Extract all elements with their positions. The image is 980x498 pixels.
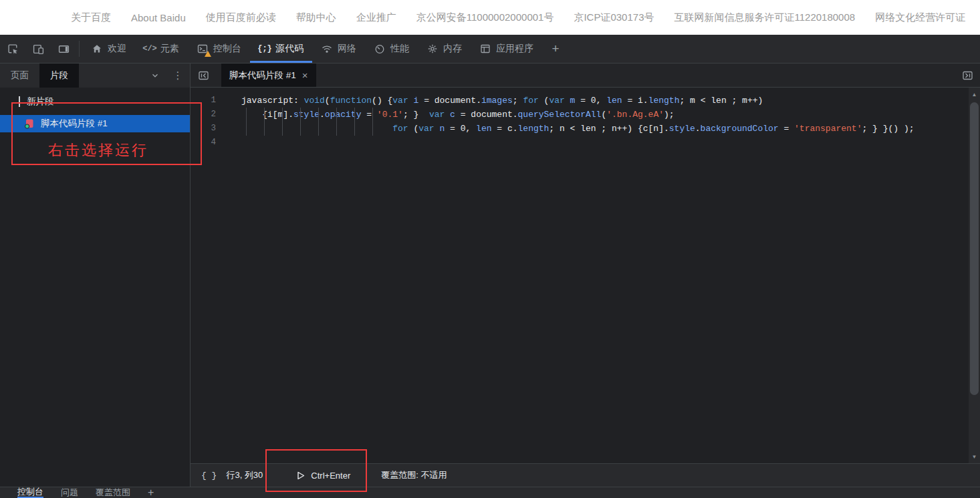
tab-label: 源代码 (275, 43, 303, 55)
devtools-window: 欢迎 </> 元素 控制台 {;} 源代码 (0, 35, 980, 498)
line-number: 2 (191, 108, 233, 122)
editor-tab-label: 脚本代码片段 #1 (229, 70, 296, 82)
scrollbar-thumb[interactable] (970, 102, 979, 395)
line-number: 4 (191, 136, 233, 150)
footer-link[interactable]: 京ICP证030173号 (574, 11, 654, 24)
indent-guide (282, 108, 283, 136)
code-editor[interactable]: 1 javascript: void(function() {var i = d… (191, 88, 969, 463)
toolbar-divider (79, 41, 80, 57)
footer-link[interactable]: 关于百度 (71, 11, 111, 24)
drawer-more-button[interactable]: + (148, 487, 154, 498)
code-line: javascript: void(function() {var i = doc… (233, 94, 763, 108)
footer-link[interactable]: 京公网安备11000002000001号 (416, 11, 554, 24)
snippet-list: 新片段 脚本代码片段 #1 (0, 88, 190, 487)
drawer-tab-bar: 控制台 问题 覆盖范围 + (0, 487, 980, 498)
sources-icon: {;} (259, 43, 271, 55)
new-snippet-label: 新片段 (27, 96, 54, 108)
console-icon (197, 43, 209, 55)
footer-link[interactable]: About Baidu (131, 12, 186, 23)
tab-console[interactable]: 控制台 (188, 35, 250, 63)
tab-memory[interactable]: 内存 (418, 35, 471, 63)
indent-guide (264, 108, 265, 136)
tab-sources[interactable]: {;} 源代码 (250, 35, 312, 63)
footer-link[interactable]: 网络文化经营许可证 (875, 11, 965, 24)
footer-link[interactable]: 使用百度前必读 (206, 11, 276, 24)
editor-status-bar: { } 行3, 列30 Ctrl+Enter 覆盖范围: 不适用 (191, 463, 980, 487)
tab-application[interactable]: 应用程序 (471, 35, 542, 63)
tab-bar-spacer (316, 64, 955, 87)
collapse-navigator-icon[interactable] (191, 64, 216, 87)
code-row: 1 javascript: void(function() {var i = d… (191, 94, 969, 108)
run-shortcut-label: Ctrl+Enter (311, 471, 350, 481)
code-line (233, 136, 241, 150)
sources-navigator: 页面 片段 ⋮ 新片段 (0, 64, 191, 487)
scroll-down-icon[interactable]: ▼ (969, 451, 980, 462)
tab-label: 应用程序 (496, 43, 533, 55)
device-toolbar-icon[interactable] (25, 35, 51, 63)
indent-guide (372, 108, 373, 136)
application-icon (479, 43, 491, 55)
network-icon (321, 43, 333, 55)
tab-elements[interactable]: </> 元素 (135, 35, 188, 63)
indent-guide (336, 108, 337, 136)
tab-label: 性能 (390, 43, 409, 55)
tab-performance[interactable]: 性能 (365, 35, 418, 63)
tab-label: 内存 (443, 43, 462, 55)
move-to-panel-icon[interactable] (955, 64, 980, 87)
snippet-item[interactable]: 脚本代码片段 #1 (0, 115, 190, 132)
code-editor-wrap: 1 javascript: void(function() {var i = d… (191, 88, 980, 463)
cursor-position: 行3, 列30 (226, 469, 263, 481)
close-icon[interactable]: × (302, 70, 308, 81)
browser-page-footer: 关于百度 About Baidu 使用百度前必读 帮助中心 企业推广 京公网安备… (0, 0, 980, 35)
tab-snippets[interactable]: 片段 (39, 64, 79, 88)
scroll-up-icon[interactable]: ▲ (969, 89, 980, 100)
drawer-tab-console[interactable]: 控制台 (17, 487, 43, 498)
snippet-label: 脚本代码片段 #1 (41, 118, 108, 130)
code-row: 4 (191, 136, 969, 150)
indent-guide (300, 108, 301, 136)
coverage-status: 覆盖范围: 不适用 (381, 469, 447, 481)
line-number: 3 (191, 122, 233, 136)
memory-gear-icon (426, 43, 439, 55)
dock-side-icon[interactable] (51, 35, 76, 63)
more-panels-button[interactable]: + (542, 35, 569, 63)
drawer-tab-coverage[interactable]: 覆盖范围 (96, 487, 130, 498)
indent-guide (354, 108, 355, 136)
tab-label: 控制台 (213, 43, 241, 55)
code-row: 3 for (var n = 0, len = c.length; n < le… (191, 122, 969, 136)
tab-page[interactable]: 页面 (0, 64, 39, 88)
code-line: for (var n = 0, len = c.length; n < len … (233, 122, 914, 136)
tab-welcome[interactable]: 欢迎 (82, 35, 135, 63)
tab-label: 网络 (338, 43, 356, 55)
new-snippet-button[interactable]: 新片段 (0, 94, 190, 109)
chevron-down-icon[interactable] (144, 64, 166, 88)
play-icon (296, 471, 305, 481)
editor-tab-bar: 脚本代码片段 #1 × (191, 64, 980, 88)
pretty-print-button[interactable]: { } (201, 471, 217, 481)
tab-network[interactable]: 网络 (312, 35, 365, 63)
code-row: 2 {i[m].style.opacity = '0.1'; } var c =… (191, 108, 969, 122)
footer-link[interactable]: 企业推广 (356, 11, 396, 24)
drawer-tab-issues[interactable]: 问题 (61, 487, 78, 498)
footer-link[interactable]: 帮助中心 (296, 11, 336, 24)
tab-label: 元素 (160, 43, 179, 55)
inspect-element-icon[interactable] (0, 35, 25, 63)
console-warning-icon (205, 51, 211, 57)
footer-link[interactable]: 互联网新闻信息服务许可证11220180008 (674, 11, 855, 24)
editor-pane: 脚本代码片段 #1 × 1 javascript: void(fun (191, 64, 980, 487)
sources-panel: 页面 片段 ⋮ 新片段 (0, 64, 980, 487)
snippet-file-icon (24, 118, 35, 129)
indent-guide (246, 108, 247, 136)
home-icon (91, 43, 103, 55)
editor-scrollbar[interactable]: ▲ ▼ (969, 88, 980, 463)
elements-icon: </> (144, 43, 156, 55)
editor-tab-snippet[interactable]: 脚本代码片段 #1 × (221, 64, 316, 87)
line-number: 1 (191, 94, 233, 108)
devtools-toolbar: 欢迎 </> 元素 控制台 {;} 源代码 (0, 35, 980, 64)
run-snippet-button[interactable]: Ctrl+Enter (296, 471, 350, 481)
code-line: {i[m].style.opacity = '0.1'; } var c = d… (233, 108, 675, 122)
caret-indicator (19, 96, 20, 107)
performance-icon (374, 43, 386, 55)
more-options-icon[interactable]: ⋮ (166, 64, 190, 88)
indent-guide (318, 108, 319, 136)
